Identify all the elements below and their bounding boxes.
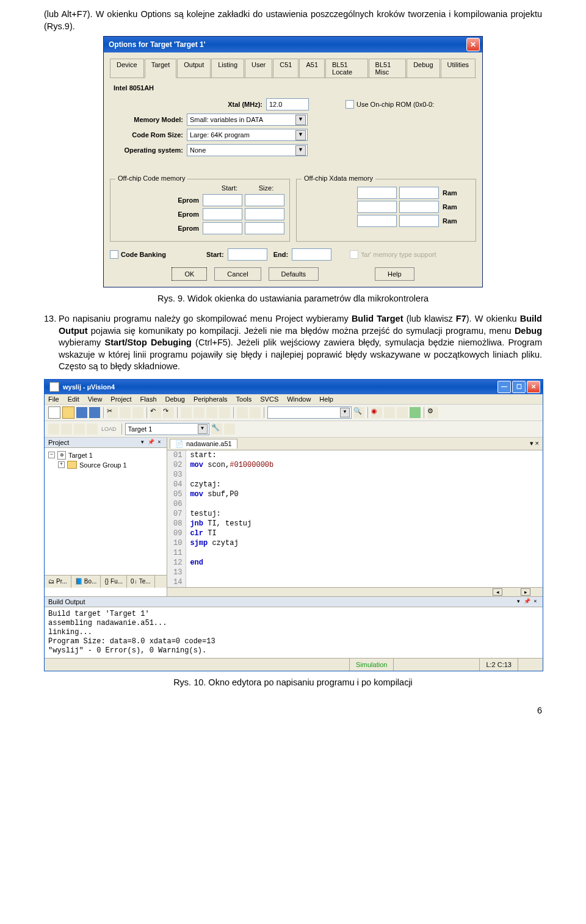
- help-button[interactable]: Help: [375, 267, 414, 281]
- save-icon[interactable]: [76, 407, 87, 418]
- xtal-input[interactable]: [266, 98, 309, 110]
- code-banking-checkbox[interactable]: [110, 250, 118, 259]
- tab-utilities[interactable]: Utilities: [441, 59, 476, 78]
- menu-debug[interactable]: Debug: [165, 395, 185, 403]
- templates-tab[interactable]: 0↓Te...: [127, 576, 154, 588]
- ram-size-input[interactable]: [399, 201, 439, 213]
- chevron-down-icon[interactable]: ▾: [515, 598, 522, 605]
- copy-icon[interactable]: [120, 407, 131, 418]
- project-tab[interactable]: 🗂Pr...: [45, 576, 71, 588]
- menu-file[interactable]: File: [48, 395, 59, 403]
- indent-icon[interactable]: [237, 407, 248, 418]
- tab-bl51-misc[interactable]: BL51 Misc: [369, 59, 407, 78]
- banking-start-input[interactable]: [228, 248, 267, 261]
- config-icon[interactable]: ⚙: [427, 407, 438, 418]
- functions-tab[interactable]: {}Fu...: [101, 576, 127, 588]
- bookmark-prev-icon[interactable]: [206, 407, 217, 418]
- menu-view[interactable]: View: [88, 395, 103, 403]
- memory-model-combo[interactable]: Small: variables in DATA ▼: [187, 114, 308, 126]
- close-icon[interactable]: ×: [156, 439, 163, 446]
- scroll-right-icon[interactable]: ▸: [521, 588, 530, 596]
- books-tab[interactable]: 📘Bo...: [71, 576, 101, 588]
- chevron-down-icon[interactable]: ▾ ×: [530, 439, 539, 447]
- eprom-start-input[interactable]: [203, 222, 242, 234]
- build-icon[interactable]: [48, 424, 59, 435]
- bookmark-icon[interactable]: [181, 407, 192, 418]
- maximize-button[interactable]: ☐: [512, 381, 526, 393]
- manage-icon[interactable]: [224, 424, 235, 435]
- ok-button[interactable]: OK: [172, 267, 207, 281]
- tab-a51[interactable]: A51: [299, 59, 325, 78]
- tab-output[interactable]: Output: [177, 59, 211, 78]
- tool-icon[interactable]: [410, 407, 421, 418]
- tab-target[interactable]: Target: [145, 59, 177, 78]
- save-all-icon[interactable]: [89, 407, 100, 418]
- pin-icon[interactable]: 📌: [523, 598, 530, 605]
- ram-start-input[interactable]: [357, 187, 397, 199]
- debug-icon[interactable]: ◉: [371, 407, 382, 418]
- ram-start-input[interactable]: [357, 201, 397, 213]
- os-combo[interactable]: None ▼: [187, 144, 308, 156]
- redo-icon[interactable]: ↷: [163, 407, 174, 418]
- tab-c51[interactable]: C51: [273, 59, 298, 78]
- eprom-size-input[interactable]: [245, 208, 284, 220]
- eprom-start-input[interactable]: [203, 194, 242, 206]
- new-file-icon[interactable]: [48, 406, 60, 419]
- menu-tools[interactable]: Tools: [236, 395, 252, 403]
- close-icon[interactable]: ×: [532, 598, 539, 605]
- tree-group-node[interactable]: + Source Group 1: [58, 460, 163, 470]
- tab-device[interactable]: Device: [110, 59, 144, 78]
- close-button[interactable]: ✕: [527, 381, 540, 393]
- eprom-size-input[interactable]: [245, 222, 284, 234]
- outdent-icon[interactable]: [250, 407, 261, 418]
- minimize-button[interactable]: —: [497, 381, 511, 393]
- open-file-icon[interactable]: [62, 406, 74, 419]
- menu-flash[interactable]: Flash: [140, 395, 157, 403]
- collapse-icon[interactable]: −: [48, 452, 55, 458]
- defaults-button[interactable]: Defaults: [269, 267, 319, 281]
- banking-end-input[interactable]: [292, 248, 331, 261]
- code-editor[interactable]: 0102030405060708091011121314 start:mov s…: [167, 450, 543, 587]
- build-output-header[interactable]: Build Output ▾ 📌 ×: [45, 597, 543, 607]
- stop-build-icon[interactable]: [87, 424, 98, 435]
- menu-project[interactable]: Project: [110, 395, 131, 403]
- dialog-titlebar[interactable]: Options for Target 'Target 1' ✕: [104, 37, 482, 52]
- code-text[interactable]: start:mov scon,#01000000b czytaj:mov sbu…: [186, 450, 543, 587]
- tab-debug[interactable]: Debug: [407, 59, 440, 78]
- close-button[interactable]: ✕: [466, 38, 480, 51]
- ide-titlebar[interactable]: wyslij - µVision4 — ☐ ✕: [45, 380, 543, 394]
- expand-icon[interactable]: +: [58, 461, 65, 468]
- bookmark-clear-icon[interactable]: [219, 407, 230, 418]
- eprom-size-input[interactable]: [245, 194, 284, 206]
- chevron-down-icon[interactable]: ▾: [139, 439, 146, 446]
- build-all-icon[interactable]: [74, 424, 85, 435]
- tool-icon[interactable]: [384, 407, 395, 418]
- bookmark-next-icon[interactable]: [194, 407, 204, 418]
- menu-window[interactable]: Window: [287, 395, 311, 403]
- ram-size-input[interactable]: [399, 215, 439, 227]
- tab-bl51-locate[interactable]: BL51 Locate: [325, 59, 368, 78]
- scroll-left-icon[interactable]: ◂: [493, 588, 502, 596]
- rebuild-icon[interactable]: [61, 424, 72, 435]
- target-combo[interactable]: Target 1 ▼: [125, 423, 209, 435]
- project-tree[interactable]: − ⊕ Target 1 + Source Group 1: [45, 448, 167, 575]
- menu-help[interactable]: Help: [319, 395, 333, 403]
- pin-icon[interactable]: 📌: [147, 439, 154, 446]
- ram-size-input[interactable]: [399, 187, 439, 199]
- ram-start-input[interactable]: [357, 215, 397, 227]
- tab-user[interactable]: User: [245, 59, 272, 78]
- code-rom-combo[interactable]: Large: 64K program ▼: [187, 129, 308, 141]
- build-output-text[interactable]: Build target 'Target 1' assembling nadaw…: [45, 607, 543, 658]
- eprom-start-input[interactable]: [203, 208, 242, 220]
- tool-icon[interactable]: [397, 407, 408, 418]
- find-combo[interactable]: ▼: [267, 406, 352, 419]
- target-options-icon[interactable]: 🔧: [211, 424, 222, 435]
- use-onchip-checkbox[interactable]: [345, 100, 354, 109]
- cancel-button[interactable]: Cancel: [214, 267, 261, 281]
- undo-icon[interactable]: ↶: [150, 407, 161, 418]
- menu-svcs[interactable]: SVCS: [260, 395, 278, 403]
- cut-icon[interactable]: ✂: [107, 407, 118, 418]
- tab-listing[interactable]: Listing: [211, 59, 244, 78]
- find-icon[interactable]: 🔍: [353, 407, 364, 418]
- menu-peripherals[interactable]: Peripherals: [194, 395, 228, 403]
